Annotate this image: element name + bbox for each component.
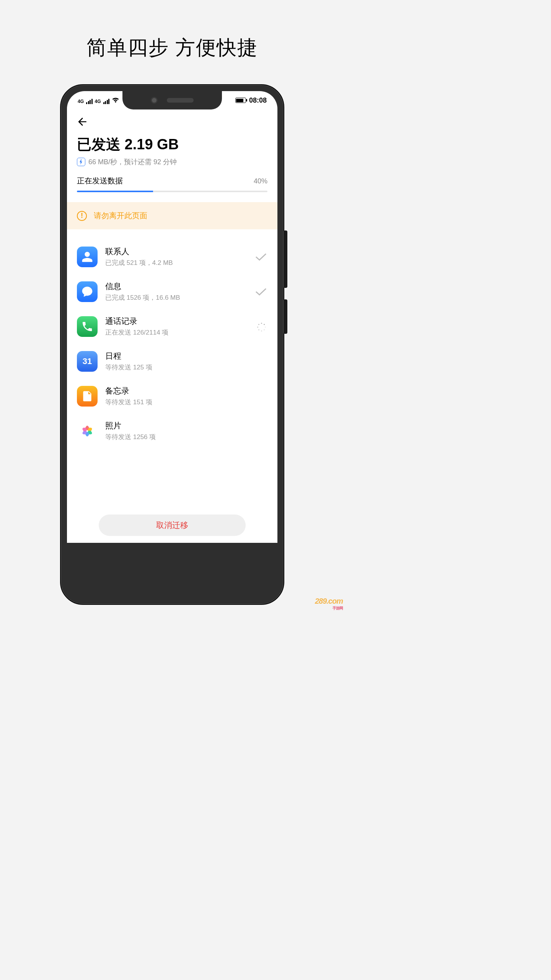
transfer-item-contacts: 联系人已完成 521 项，4.2 MB: [77, 239, 267, 274]
warning-banner: ! 请勿离开此页面: [67, 202, 277, 229]
signal-bars-icon: [103, 99, 110, 104]
transfer-item-calendar: 31日程等待发送 125 项: [77, 344, 267, 379]
signal-bars-icon: [86, 99, 93, 104]
power-button: [284, 299, 287, 334]
transfer-item-calls: 通话记录正在发送 126/2114 项: [77, 309, 267, 344]
calendar-icon: 31: [77, 351, 98, 372]
item-name: 备忘录: [105, 385, 247, 396]
volume-button: [284, 230, 287, 288]
back-button[interactable]: [76, 122, 88, 129]
item-name: 联系人: [105, 246, 247, 257]
item-meta: 等待发送 151 项: [105, 398, 247, 407]
arrow-left-icon: [76, 116, 88, 128]
transfer-item-notes: 备忘录等待发送 151 项: [77, 379, 267, 413]
marketing-tagline: 简单四步 方便快捷: [0, 0, 344, 61]
item-name: 信息: [105, 281, 247, 292]
warning-icon: !: [77, 211, 87, 221]
phone-notch: [122, 91, 222, 109]
clock-time: 08:08: [249, 96, 267, 105]
item-name: 日程: [105, 351, 247, 361]
contacts-icon: [77, 247, 98, 267]
network-label-2: 4G: [95, 99, 101, 104]
cancel-transfer-button[interactable]: 取消迁移: [99, 514, 246, 536]
item-meta: 已完成 521 项，4.2 MB: [105, 258, 247, 267]
item-status-sending: [254, 322, 267, 331]
progress-bar: [77, 191, 267, 192]
calls-icon: [77, 316, 98, 337]
phone-frame: 4G 4G 08:08 已发送 2.19 GB: [60, 84, 284, 605]
item-status-done: [254, 287, 267, 296]
photos-icon: [77, 421, 98, 441]
warning-text: 请勿离开此页面: [94, 211, 147, 221]
loading-spinner-icon: [256, 322, 266, 331]
transfer-items-list: 联系人已完成 521 项，4.2 MB信息已完成 1526 项，16.6 MB通…: [67, 229, 277, 448]
progress-percent: 40%: [254, 177, 267, 185]
item-meta: 等待发送 125 项: [105, 363, 247, 372]
battery-icon: [235, 98, 246, 103]
earpiece-speaker: [167, 98, 194, 103]
item-meta: 已完成 1526 项，16.6 MB: [105, 293, 247, 302]
item-meta: 等待发送 1256 项: [105, 433, 247, 441]
item-meta: 正在发送 126/2114 项: [105, 328, 247, 337]
page-title: 已发送 2.19 GB: [77, 135, 267, 154]
front-camera: [151, 97, 158, 104]
speed-bolt-icon: [77, 158, 85, 166]
transfer-item-messages: 信息已完成 1526 项，16.6 MB: [77, 274, 267, 309]
transfer-item-photos: 照片等待发送 1256 项: [77, 413, 267, 448]
network-label-1: 4G: [78, 99, 84, 104]
progress-bar-fill: [77, 191, 153, 192]
item-name: 照片: [105, 420, 247, 431]
speed-text: 66 MB/秒，预计还需 92 分钟: [88, 157, 177, 167]
messages-icon: [77, 281, 98, 302]
phone-screen: 4G 4G 08:08 已发送 2.19 GB: [67, 91, 277, 543]
notes-icon: [77, 386, 98, 407]
progress-label: 正在发送数据: [77, 176, 123, 186]
item-name: 通话记录: [105, 316, 247, 327]
wifi-icon: [112, 97, 119, 104]
item-status-done: [254, 253, 267, 261]
site-watermark: 289.com 手游网: [315, 597, 343, 611]
